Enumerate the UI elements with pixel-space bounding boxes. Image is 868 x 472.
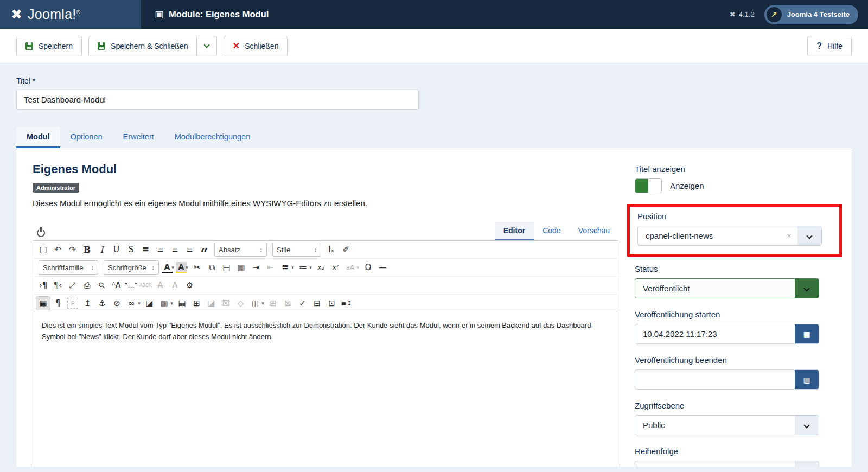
external-link-icon: ↗ bbox=[767, 7, 782, 22]
highlight-color-caret-icon[interactable]: ▾ bbox=[184, 260, 190, 275]
indent-icon[interactable]: ⇥ bbox=[248, 260, 263, 275]
module-heading: Eigenes Modul bbox=[33, 162, 618, 176]
object-3d-icon: ◇ bbox=[233, 296, 248, 310]
access-level-label: Zugriffsebene bbox=[635, 401, 834, 410]
table-row-icon[interactable]: ⊟ bbox=[310, 296, 324, 310]
upload-icon[interactable]: ↥ bbox=[80, 296, 95, 310]
calendar-button[interactable]: ▦ bbox=[795, 324, 819, 343]
remove-format-icon[interactable]: Iₓ bbox=[324, 243, 339, 257]
ltr-paragraph-icon[interactable]: ›¶ bbox=[36, 278, 50, 292]
align-right-icon[interactable]: ≡ bbox=[182, 243, 197, 257]
table-grid-icon[interactable]: ▦ bbox=[36, 296, 50, 310]
close-button[interactable]: × Schließen bbox=[224, 36, 288, 56]
font-family-select[interactable]: Schriftfamilie↕ bbox=[39, 260, 98, 275]
tab-code[interactable]: Code bbox=[534, 222, 569, 240]
help-button[interactable]: ? Hilfe bbox=[807, 36, 852, 56]
strikethrough-a-icon: A bbox=[153, 278, 168, 292]
align-justify-icon[interactable]: ≣ bbox=[138, 243, 153, 257]
publish-end-field: ▦ bbox=[635, 369, 819, 390]
editor-toolbar-row-1: ▢↶↷BIUS≣≡≡≡“Absatz↕Stile↕Iₓ✐ bbox=[33, 241, 618, 259]
spreadsheet-icon: ☒ bbox=[219, 296, 233, 310]
editor-content[interactable]: Dies ist ein simples Text Modul vom Typ … bbox=[33, 312, 618, 467]
font-size-select[interactable]: Schriftgröße↕ bbox=[104, 260, 159, 275]
media-caret-icon[interactable]: ▾ bbox=[169, 296, 175, 310]
unlink-icon[interactable]: ⊘ bbox=[110, 296, 124, 310]
subscript-icon[interactable]: x₂ bbox=[314, 260, 328, 275]
ordering-dropdown-arrow[interactable] bbox=[795, 461, 819, 467]
link-caret-icon[interactable]: ▾ bbox=[136, 296, 142, 310]
undo-icon[interactable]: ↶ bbox=[50, 243, 65, 257]
pilcrow-icon[interactable]: ¶ bbox=[50, 296, 65, 310]
ordering-value: 1. Test Dashboard-Modul bbox=[635, 466, 795, 467]
status-dropdown-arrow[interactable] bbox=[795, 279, 819, 298]
settings-gear-icon[interactable]: ⚙ bbox=[182, 278, 197, 292]
tab-modulberechtigungen[interactable]: Modulberechtigungen bbox=[164, 127, 260, 148]
bullet-list-caret-icon[interactable]: ▾ bbox=[308, 260, 314, 275]
save-button[interactable]: Speichern bbox=[16, 36, 82, 56]
strikethrough-icon[interactable]: S bbox=[124, 243, 138, 257]
status-select[interactable]: Veröffentlicht bbox=[635, 278, 819, 298]
access-dropdown-arrow[interactable] bbox=[795, 416, 819, 435]
tab-optionen[interactable]: Optionen bbox=[60, 127, 113, 148]
superscript-icon[interactable]: x² bbox=[328, 260, 343, 275]
table-icon[interactable]: ⊞ bbox=[189, 296, 204, 310]
tab-modul[interactable]: Modul bbox=[16, 127, 60, 148]
show-title-toggle[interactable] bbox=[635, 178, 662, 193]
template-icon[interactable]: ▤ bbox=[175, 296, 189, 310]
paste-as-text-icon[interactable]: ▥ bbox=[234, 260, 248, 275]
text-color-caret-icon[interactable]: ▾ bbox=[170, 260, 176, 275]
align-left-icon[interactable]: ≡ bbox=[168, 243, 182, 257]
insert-quotes-icon[interactable]: “…” bbox=[124, 278, 138, 292]
bold-icon[interactable]: B bbox=[80, 243, 94, 257]
position-label: Position bbox=[637, 212, 832, 221]
anchor-icon[interactable]: ⚓ bbox=[95, 296, 110, 310]
font-size-select-label: Schriftgröße bbox=[108, 264, 146, 272]
position-dropdown-arrow[interactable] bbox=[797, 226, 821, 245]
title-field-label: Titel * bbox=[16, 76, 852, 85]
paragraph-format-select[interactable]: Absatz↕ bbox=[214, 243, 267, 257]
position-combobox[interactable]: cpanel-client-news × bbox=[637, 226, 822, 246]
publish-start-field: ▦ bbox=[635, 324, 819, 344]
columns-caret-icon[interactable]: ▾ bbox=[260, 296, 266, 310]
save-close-button[interactable]: Speichern & Schließen bbox=[88, 36, 197, 56]
tab-editor[interactable]: Editor bbox=[495, 222, 534, 240]
blockquote-icon[interactable]: “ bbox=[197, 243, 212, 257]
insert-column-icon: ⊞ bbox=[266, 296, 280, 310]
publish-start-input[interactable] bbox=[635, 329, 795, 339]
clear-position-icon[interactable]: × bbox=[787, 232, 797, 240]
tab-erweitert[interactable]: Erweitert bbox=[113, 127, 164, 148]
align-center-icon[interactable]: ≡ bbox=[153, 243, 168, 257]
access-level-select[interactable]: Public bbox=[635, 415, 819, 435]
save-options-dropdown-button[interactable] bbox=[197, 36, 217, 56]
new-document-icon[interactable]: ▢ bbox=[36, 243, 50, 257]
site-preview-button[interactable]: ↗ Joomla 4 Testseite bbox=[764, 5, 858, 24]
tab-vorschau[interactable]: Vorschau bbox=[570, 222, 618, 240]
copy-icon[interactable]: ⧉ bbox=[205, 260, 219, 275]
delete-column-icon: ⊠ bbox=[280, 296, 295, 310]
title-input[interactable] bbox=[16, 90, 419, 110]
styles-select[interactable]: Stile↕ bbox=[272, 243, 321, 257]
change-case-caret-icon: ▾ bbox=[355, 260, 361, 275]
clean-formatting-icon[interactable]: ✐ bbox=[339, 243, 353, 257]
cut-icon[interactable]: ✂ bbox=[190, 260, 205, 275]
paste-icon[interactable]: ▤ bbox=[219, 260, 234, 275]
calendar-button[interactable]: ▦ bbox=[795, 370, 819, 389]
horizontal-rule-icon[interactable]: — bbox=[375, 260, 390, 275]
line-height-icon[interactable]: ≡↕ bbox=[339, 296, 354, 310]
ordered-list-caret-icon[interactable]: ▾ bbox=[290, 260, 296, 275]
redo-icon[interactable]: ↷ bbox=[65, 243, 80, 257]
block-properties-icon[interactable]: ⊡ bbox=[324, 296, 339, 310]
calendar-icon: ▦ bbox=[803, 330, 810, 339]
module-description: Dieses Modul ermöglicht es ein eigenes M… bbox=[33, 199, 618, 208]
spellcheck-icon[interactable]: ✓ bbox=[295, 296, 310, 310]
publish-end-input[interactable] bbox=[635, 375, 795, 384]
image-icon[interactable]: ◪ bbox=[142, 296, 157, 310]
rtl-paragraph-icon[interactable]: ¶‹ bbox=[50, 278, 65, 292]
underline-icon[interactable]: U bbox=[109, 243, 124, 257]
ordering-select[interactable]: 1. Test Dashboard-Modul bbox=[635, 461, 819, 467]
fullscreen-icon[interactable]: ⤢ bbox=[65, 278, 80, 292]
toggle-editor-icon[interactable] bbox=[37, 229, 45, 237]
publish-end-label: Veröffentlichung beenden bbox=[635, 355, 834, 365]
italic-icon[interactable]: I bbox=[94, 243, 109, 257]
special-character-icon[interactable]: Ω bbox=[361, 260, 375, 275]
